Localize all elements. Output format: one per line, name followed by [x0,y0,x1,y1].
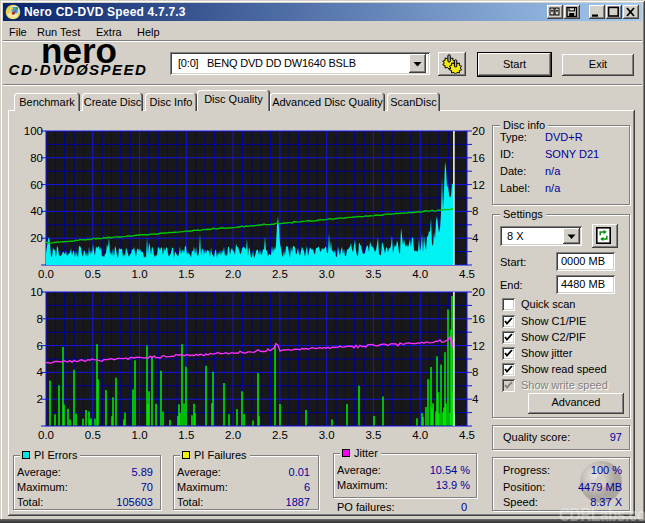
svg-text:20: 20 [472,125,485,137]
svg-text:0.0: 0.0 [38,268,54,280]
svg-text:0.5: 0.5 [85,429,101,441]
svg-text:1.5: 1.5 [178,429,194,441]
svg-text:20: 20 [472,286,485,298]
svg-text:2.5: 2.5 [272,268,288,280]
svg-text:3.0: 3.0 [319,429,335,441]
svg-text:4.0: 4.0 [412,429,428,441]
svg-text:4: 4 [472,232,479,244]
svg-text:4: 4 [37,366,44,378]
svg-text:3.5: 3.5 [365,429,381,441]
svg-text:12: 12 [472,179,485,191]
svg-text:60: 60 [30,179,43,191]
svg-text:16: 16 [472,152,485,164]
svg-text:1.5: 1.5 [178,268,194,280]
svg-text:8: 8 [37,313,43,325]
svg-text:4: 4 [472,393,479,405]
svg-text:10: 10 [30,286,43,298]
svg-text:8: 8 [472,366,478,378]
svg-text:1.0: 1.0 [132,429,148,441]
svg-text:8: 8 [472,205,478,217]
svg-text:2: 2 [37,393,43,405]
svg-text:3.5: 3.5 [365,268,381,280]
svg-text:4.5: 4.5 [459,429,475,441]
svg-text:100: 100 [24,125,43,137]
svg-text:12: 12 [472,340,485,352]
svg-text:4.5: 4.5 [459,268,475,280]
svg-text:3.0: 3.0 [319,268,335,280]
svg-text:6: 6 [37,340,43,352]
svg-text:0.5: 0.5 [85,268,101,280]
svg-text:2.0: 2.0 [225,268,241,280]
svg-text:4.0: 4.0 [412,268,428,280]
svg-text:20: 20 [30,232,43,244]
svg-text:2.5: 2.5 [272,429,288,441]
svg-text:16: 16 [472,313,485,325]
svg-text:80: 80 [30,152,43,164]
svg-text:2.0: 2.0 [225,429,241,441]
svg-text:0.0: 0.0 [38,429,54,441]
svg-text:40: 40 [30,205,43,217]
svg-text:1.0: 1.0 [132,268,148,280]
